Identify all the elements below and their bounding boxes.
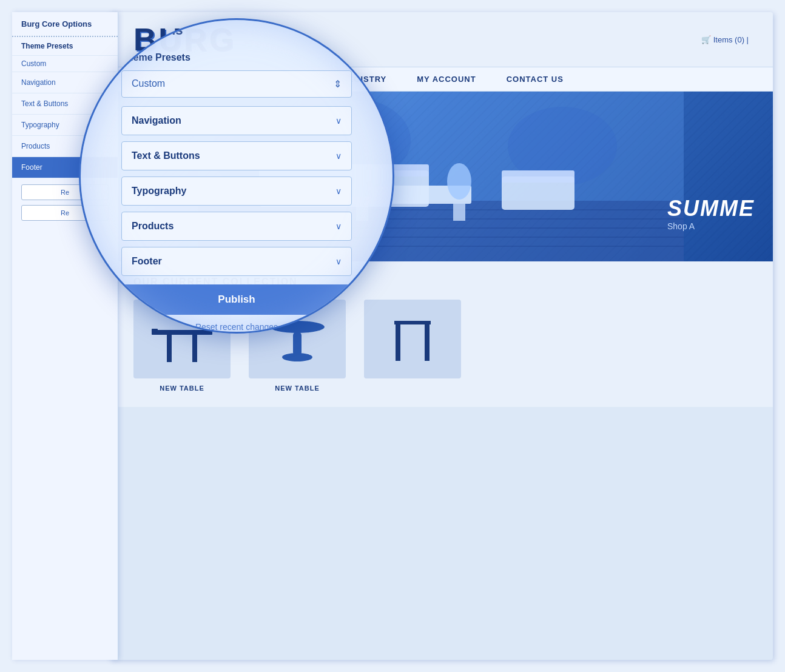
select-arrow-icon: ⇕ [334,78,342,90]
svg-rect-22 [152,329,158,335]
theme-presets-label: Theme Presets [121,52,352,63]
sidebar-preset-value: Custom [12,56,118,72]
sidebar-title: Burg Core Options [12,12,118,37]
hero-text: SUMME Shop A [667,196,755,231]
accordion-typography-label: Typography [132,186,186,197]
svg-rect-21 [155,330,209,335]
nav-contact-us[interactable]: CONTACT US [507,75,564,84]
accordion-products[interactable]: Products ∨ [121,212,352,241]
sidebar-item-navigation[interactable]: Navigation [12,72,118,93]
hero-summer-text: SUMME [667,196,755,221]
product-image-3 [364,300,461,378]
store-cart: 🛒 Items (0) | [701,35,749,44]
svg-rect-31 [425,324,430,361]
product-name-2: NEW TABLE [275,385,320,392]
accordion-navigation[interactable]: Navigation ∨ [121,106,352,135]
publish-button[interactable]: Publish [121,284,352,315]
table-icon-3 [376,309,449,369]
svg-point-28 [282,353,312,361]
product-name-1: NEW TABLE [160,385,204,392]
product-card-3 [364,300,461,392]
hero-shop-text: Shop A [667,221,755,231]
theme-preset-select[interactable]: Custom ⇕ [121,70,352,98]
magnified-panel: e Options 🔍 Theme Presets Custom ⇕ Navig… [79,18,394,334]
accordion-footer[interactable]: Footer ∨ [121,247,352,276]
chevron-down-icon-text-buttons: ∨ [335,151,342,161]
accordion-products-label: Products [132,221,174,232]
svg-rect-19 [502,170,574,183]
nav-my-account[interactable]: MY ACCOUNT [417,75,476,84]
magnified-content-area: e Options 🔍 Theme Presets Custom ⇕ Navig… [109,18,364,334]
svg-rect-25 [192,335,197,362]
chevron-down-icon-products: ∨ [335,221,342,231]
svg-rect-30 [396,324,400,361]
accordion-typography[interactable]: Typography ∨ [121,176,352,206]
svg-point-20 [447,163,471,200]
svg-rect-27 [293,332,302,356]
accordion-text-buttons[interactable]: Text & Buttons ∨ [121,141,352,170]
svg-rect-24 [167,335,172,362]
chevron-down-icon-navigation: ∨ [335,116,342,126]
accordion-text-buttons-label: Text & Buttons [132,150,200,161]
sidebar-theme-presets-label: Theme Presets [12,37,118,56]
chevron-down-icon-footer: ∨ [335,257,342,266]
accordion-footer-label: Footer [132,256,162,267]
chevron-down-icon-typography: ∨ [335,186,342,196]
svg-rect-12 [453,203,465,221]
accordion-navigation-label: Navigation [132,115,181,126]
svg-rect-29 [394,321,431,324]
